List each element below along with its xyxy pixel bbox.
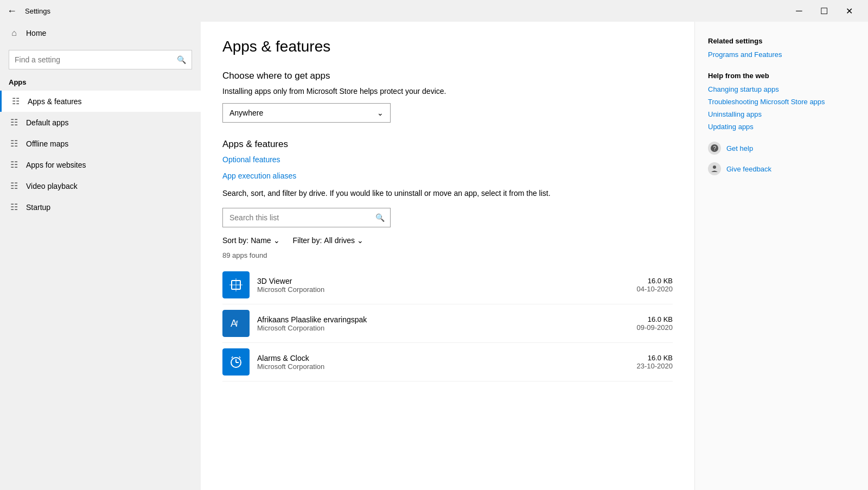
sidebar-item-default-apps[interactable]: ☷ Default apps <box>0 112 201 133</box>
app-name: Afrikaans Plaaslike ervaringspak <box>257 315 618 324</box>
title-bar-left: ← Settings <box>4 3 50 18</box>
filter-by-value: All drives <box>324 236 355 245</box>
table-row[interactable]: 3D Viewer Microsoft Corporation 16.0 KB … <box>222 266 673 304</box>
apps-search-icon: 🔍 <box>370 213 390 222</box>
sidebar-item-video-playback-label: Video playback <box>26 182 78 190</box>
close-button[interactable]: ✕ <box>837 2 861 20</box>
svg-point-12 <box>713 166 716 169</box>
get-help-item[interactable]: ? Get help <box>708 142 855 155</box>
default-apps-icon: ☷ <box>9 117 20 128</box>
app-icon-alarms <box>222 348 250 376</box>
sidebar-item-apps-features[interactable]: ☷ Apps & features <box>0 91 201 112</box>
back-button[interactable]: ← <box>4 3 20 18</box>
updating-apps-link[interactable]: Updating apps <box>708 123 855 131</box>
sidebar-item-apps-features-label: Apps & features <box>28 97 82 106</box>
app-size: 16.0 KB <box>618 277 673 285</box>
sidebar: ⌂ Home 🔍 Apps ☷ Apps & features ☷ Defaul… <box>0 22 201 490</box>
sidebar-item-startup[interactable]: ☷ Startup <box>0 196 201 218</box>
troubleshooting-store-link[interactable]: Troubleshooting Microsoft Store apps <box>708 98 855 106</box>
app-info: 3D Viewer Microsoft Corporation <box>257 277 618 294</box>
home-label: Home <box>26 29 46 37</box>
give-feedback-link[interactable]: Give feedback <box>726 165 771 173</box>
sidebar-item-default-apps-label: Default apps <box>26 118 69 127</box>
app-list: 3D Viewer Microsoft Corporation 16.0 KB … <box>222 266 673 381</box>
get-help-icon: ? <box>708 142 721 155</box>
apps-features-heading: Apps & features <box>222 139 673 150</box>
app-date: 09-09-2020 <box>618 323 673 332</box>
optional-features-link[interactable]: Optional features <box>222 155 673 164</box>
title-bar: ← Settings ─ ☐ ✕ <box>0 0 868 22</box>
app-execution-aliases-link[interactable]: App execution aliases <box>222 171 673 180</box>
filter-by-control[interactable]: Filter by: All drives ⌄ <box>293 236 363 245</box>
page-title: Apps & features <box>222 38 673 55</box>
right-panel: Related settings Programs and Features H… <box>694 22 868 490</box>
main-content: Apps & features Choose where to get apps… <box>201 22 694 490</box>
app-size: 16.0 KB <box>618 354 673 362</box>
find-setting-search-icon: 🔍 <box>171 55 192 64</box>
sort-by-label: Sort by: <box>222 236 248 245</box>
sidebar-item-apps-websites-label: Apps for websites <box>26 161 86 169</box>
changing-startup-link[interactable]: Changing startup apps <box>708 85 855 93</box>
app-meta: 16.0 KB 09-09-2020 <box>618 315 673 332</box>
programs-features-link[interactable]: Programs and Features <box>708 50 855 59</box>
maximize-button[interactable]: ☐ <box>812 2 837 20</box>
help-from-web-title: Help from the web <box>708 72 855 80</box>
app-publisher: Microsoft Corporation <box>257 324 618 332</box>
sidebar-item-startup-label: Startup <box>26 203 50 212</box>
apps-source-dropdown-value: Anywhere <box>229 109 263 117</box>
app-icon-3d-viewer <box>222 271 250 298</box>
dropdown-chevron-icon: ⌄ <box>377 109 384 117</box>
video-playback-icon: ☷ <box>9 181 20 191</box>
give-feedback-item[interactable]: Give feedback <box>708 162 855 175</box>
app-date: 23-10-2020 <box>618 362 673 370</box>
svg-text:f: f <box>236 320 238 327</box>
sidebar-section-label: Apps <box>0 78 201 91</box>
apps-search-input[interactable] <box>223 213 370 222</box>
app-info: Alarms & Clock Microsoft Corporation <box>257 354 618 371</box>
svg-line-9 <box>239 357 240 358</box>
app-title: Settings <box>25 7 50 15</box>
app-date: 04-10-2020 <box>618 285 673 293</box>
app-icon-afrikaans: A f <box>222 310 250 337</box>
find-setting-input[interactable] <box>9 55 171 64</box>
sort-chevron-icon: ⌄ <box>273 236 280 245</box>
app-meta: 16.0 KB 23-10-2020 <box>618 354 673 370</box>
sidebar-item-offline-maps-label: Offline maps <box>26 139 68 148</box>
sort-by-value: Name <box>251 236 271 245</box>
table-row[interactable]: Alarms & Clock Microsoft Corporation 16.… <box>222 343 673 381</box>
help-actions: ? Get help Give feedback <box>708 142 855 175</box>
sidebar-item-offline-maps[interactable]: ☷ Offline maps <box>0 133 201 154</box>
sidebar-item-video-playback[interactable]: ☷ Video playback <box>0 175 201 196</box>
svg-line-8 <box>232 357 233 358</box>
home-icon: ⌂ <box>9 28 20 38</box>
app-meta: 16.0 KB 04-10-2020 <box>618 277 673 293</box>
app-body: ⌂ Home 🔍 Apps ☷ Apps & features ☷ Defaul… <box>0 22 868 490</box>
apps-source-dropdown[interactable]: Anywhere ⌄ <box>222 103 391 123</box>
get-help-link[interactable]: Get help <box>726 144 753 152</box>
related-settings-title: Related settings <box>708 37 855 45</box>
apps-features-icon: ☷ <box>10 96 21 106</box>
app-name: 3D Viewer <box>257 277 618 285</box>
apps-count: 89 apps found <box>222 251 673 259</box>
uninstalling-apps-link[interactable]: Uninstalling apps <box>708 110 855 118</box>
app-info: Afrikaans Plaaslike ervaringspak Microso… <box>257 315 618 332</box>
filter-by-label: Filter by: <box>293 236 322 245</box>
alarms-icon <box>222 348 250 376</box>
app-publisher: Microsoft Corporation <box>257 285 618 294</box>
filter-chevron-icon: ⌄ <box>357 236 363 245</box>
table-row[interactable]: A f Afrikaans Plaaslike ervaringspak Mic… <box>222 304 673 343</box>
afrikaans-icon: A f <box>222 310 250 337</box>
window-controls: ─ ☐ ✕ <box>787 2 861 20</box>
sort-filter-row: Sort by: Name ⌄ Filter by: All drives ⌄ <box>222 236 673 245</box>
svg-text:?: ? <box>713 145 717 151</box>
sidebar-search-wrapper: 🔍 <box>9 50 192 69</box>
sidebar-item-home[interactable]: ⌂ Home <box>0 22 201 44</box>
app-size: 16.0 KB <box>618 315 673 323</box>
offline-maps-icon: ☷ <box>9 138 20 149</box>
apps-search-bar: 🔍 <box>222 208 391 227</box>
sort-by-control[interactable]: Sort by: Name ⌄ <box>222 236 280 245</box>
startup-icon: ☷ <box>9 202 20 212</box>
minimize-button[interactable]: ─ <box>787 2 812 20</box>
sidebar-search-container: 🔍 <box>9 50 192 69</box>
sidebar-item-apps-websites[interactable]: ☷ Apps for websites <box>0 154 201 175</box>
